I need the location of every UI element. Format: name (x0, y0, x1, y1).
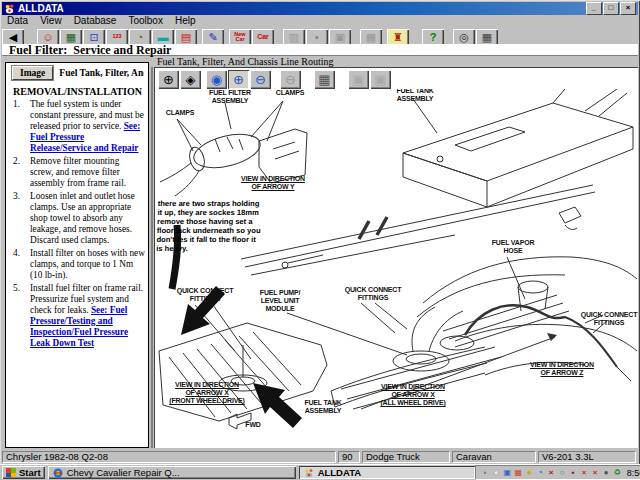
tray-icon-12[interactable]: ● (601, 467, 612, 478)
label-fuel-vapor-hose: FUEL VAPOR HOSE (477, 239, 549, 255)
status-bar: Chrysler 1982-08 Q2-08 90 Dodge Truck Ca… (2, 450, 638, 464)
tray-icon-13[interactable]: ♻ (612, 467, 623, 478)
step-text: Loosen inlet and outlet hose clamps. Use… (25, 191, 145, 246)
tray-icon-11[interactable]: × (590, 467, 601, 478)
printer-icon: ▦ (318, 73, 330, 86)
tray-icon-4[interactable]: ▦ (513, 467, 524, 478)
task-label: Chevy Cavalier Repair Q... (67, 467, 180, 478)
task-label: ALLDATA (318, 467, 361, 478)
car-return-icon: Car (257, 34, 269, 40)
system-tray: ▪ ● ▣ ▦ ● ◔ × ○ ▪ × × ● ♻ 8:56 PM (475, 465, 640, 480)
label-clamps-top: CLAMPS (255, 89, 325, 97)
camera-gray-icon: ▣ (374, 73, 386, 86)
tray-icon-9[interactable]: ▪ (568, 467, 579, 478)
tray-icon-1[interactable]: ▪ (480, 467, 491, 478)
zoom-fit-button[interactable]: ⊕ (228, 70, 249, 89)
dash-icon: ▬ (158, 32, 169, 43)
pan-button[interactable]: ◈ (180, 70, 201, 89)
close-button[interactable]: × (620, 2, 636, 15)
label-view-arrow-y: VIEW IN DIRECTION OF ARROW Y (213, 175, 333, 191)
notes-button[interactable]: ✎ (202, 29, 224, 46)
step-body-text: Install filter on hoses with new clamps,… (30, 248, 145, 280)
panel-button-disabled[interactable]: ▪ (306, 29, 328, 46)
menu-toolbox[interactable]: Toolbox (123, 15, 169, 27)
article-heading: Fuel Tank, Filter, And Chassis Line Rout… (59, 68, 144, 78)
tray-icon-8[interactable]: ○ (557, 467, 568, 478)
toolbox-icon: ▦ (66, 32, 76, 43)
printer-button-disabled[interactable]: ▦ (360, 29, 382, 46)
menu-data[interactable]: Data (2, 15, 35, 27)
task-alldata[interactable]: ALLDATA (299, 466, 475, 479)
new-car-icon: New Car (234, 32, 245, 43)
zoom-out-disabled-button[interactable]: ⊖ (280, 70, 301, 89)
image-window-title: Fuel Tank, Filter, And Chassis Line Rout… (157, 56, 334, 67)
diagram-canvas[interactable]: FUEL FILTER ASSEMBLY CLAMPS FUEL TANK AS… (155, 89, 638, 448)
help-button[interactable]: ? (422, 29, 444, 46)
new-car-button[interactable]: New Car (229, 29, 251, 46)
camera-button-disabled[interactable]: ▣ (329, 29, 351, 46)
image-button[interactable]: Image (12, 66, 53, 80)
print-preview-button[interactable]: ◎ (453, 29, 475, 46)
help-icon: ? (430, 32, 437, 43)
label-fuel-tank-assembly-top: FUEL TANK ASSEMBLY (380, 89, 450, 103)
zoom-actual-button[interactable]: ◉ (206, 70, 227, 89)
alldata-mascot-icon: ☺ (42, 32, 53, 43)
step-number: 2. (13, 156, 25, 189)
task-icon (53, 468, 63, 478)
label-quick-connect-mid: QUICK CONNECT FITTINGS (327, 286, 419, 302)
step-number: 1. (13, 99, 25, 154)
step-5: 5. Install fuel filter on frame rail. Pr… (6, 283, 148, 351)
zoom-out-icon: ⊖ (255, 73, 266, 86)
workstation-icon: ⊡ (89, 32, 98, 43)
zoom-out-button[interactable]: ⊖ (250, 70, 271, 89)
tray-icon-3[interactable]: ▣ (502, 467, 513, 478)
maximize-button[interactable]: □ (603, 2, 619, 15)
step-number: 3. (13, 191, 25, 246)
windows-logo-icon (6, 468, 16, 477)
start-button[interactable]: Start (2, 466, 45, 479)
parts-book-button[interactable]: ▤ (175, 29, 197, 46)
book-icon: ▤ (181, 32, 191, 43)
label-view-arrow-x-awd: VIEW IN DIRECTION OF ARROW X (ALL WHEEL … (361, 383, 465, 407)
handwritten-note: there are two straps holding it up, they… (156, 199, 278, 253)
tray-icon-5[interactable]: ● (524, 467, 535, 478)
document-button-disabled[interactable]: ▥ (283, 29, 305, 46)
label-fwd: FWD (233, 421, 273, 429)
zoom-fit-icon: ⊕ (233, 73, 244, 86)
step-text: Remove filter mounting screw, and remove… (25, 156, 145, 189)
tray-icon-2[interactable]: ● (491, 467, 502, 478)
menu-help[interactable]: Help (170, 15, 203, 27)
camera-button-2[interactable]: ▣ (370, 70, 391, 89)
preview-icon: ◎ (459, 32, 469, 43)
menu-database[interactable]: Database (69, 15, 124, 27)
title-bar: ALLDATA _ □ × (2, 2, 638, 15)
pan-icon: ◈ (186, 73, 196, 86)
page-title: Fuel Filter: Service and Repair (2, 44, 638, 56)
start-label: Start (19, 467, 41, 478)
print-button[interactable]: ▦ (476, 29, 498, 46)
panel-icon: ▪ (315, 32, 319, 43)
label-clamps-left: CLAMPS (157, 109, 203, 117)
taskbar-clock: 8:56 PM (623, 468, 640, 478)
taskbar: Start Chevy Cavalier Repair Q... ALLDATA… (0, 464, 640, 480)
print-image-button[interactable]: ▦ (314, 70, 335, 89)
zoom-in-button[interactable]: ⊕ (158, 70, 179, 89)
camera-button-1[interactable]: ▣ (348, 70, 369, 89)
task-chevy-cavalier[interactable]: Chevy Cavalier Repair Q... (48, 466, 296, 479)
step-body-text: Remove filter mounting screw, and remove… (30, 156, 126, 188)
menu-view[interactable]: View (35, 15, 69, 27)
tray-icon-6[interactable]: ◔ (535, 467, 546, 478)
key-holder-icon: ♜ (393, 32, 403, 43)
panel-splitter[interactable] (151, 67, 153, 448)
tray-icon-10[interactable]: × (579, 467, 590, 478)
zoom-actual-icon: ◉ (211, 73, 222, 86)
status-model: Caravan (452, 451, 536, 463)
car-return-button[interactable]: Car (252, 29, 274, 46)
pencil-icon: ✎ (208, 32, 217, 43)
menu-bar: Data View Database Toolbox Help (2, 15, 638, 27)
printer-icon: ▦ (482, 32, 492, 43)
key-holder-button[interactable]: ♜ (387, 29, 409, 46)
step-3: 3. Loosen inlet and outlet hose clamps. … (6, 191, 148, 248)
minimize-button[interactable]: _ (586, 2, 602, 15)
tray-icon-7[interactable]: × (546, 467, 557, 478)
